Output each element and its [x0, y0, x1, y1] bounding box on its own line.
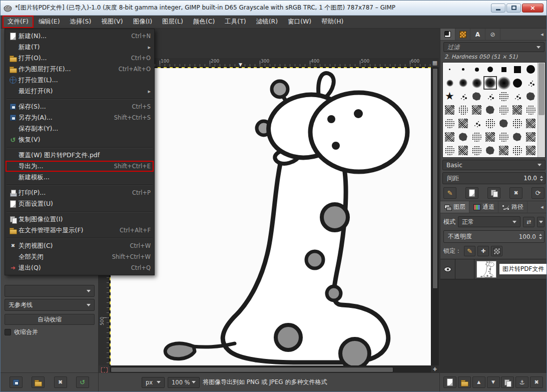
file-menu-item-10[interactable]: 恢复(V) — [6, 134, 154, 145]
maximize-button[interactable] — [506, 4, 521, 13]
brush-cell[interactable] — [510, 144, 524, 157]
edit-brush-button[interactable] — [443, 187, 456, 199]
brush-filter-entry[interactable]: 过滤 — [443, 42, 544, 52]
opacity-slider[interactable]: 不透明度 100.0 — [443, 230, 544, 243]
menubar-item-5[interactable]: 图层(L) — [157, 16, 188, 28]
reset-tool-options-button[interactable] — [76, 376, 89, 388]
vertical-scrollbar[interactable] — [431, 67, 439, 365]
brush-cell[interactable] — [470, 144, 483, 157]
brush-cell[interactable] — [443, 103, 456, 117]
file-menu-item-14[interactable]: 新建模板... — [6, 172, 154, 183]
patterns-tab[interactable] — [455, 29, 470, 40]
zoom-dropdown[interactable]: 100 % — [168, 377, 200, 388]
menubar-item-7[interactable]: 工具(T) — [220, 16, 251, 28]
auto-shrink-button[interactable]: 自动收缩 — [5, 314, 95, 325]
brush-cell[interactable] — [497, 90, 510, 103]
brush-cell[interactable] — [497, 103, 510, 117]
close-button[interactable]: × — [522, 4, 543, 13]
canvas-corner-button[interactable] — [431, 58, 439, 67]
lock-pixels-button[interactable] — [464, 246, 475, 256]
file-menu-item-20[interactable]: 在文件管理器中显示(F)Ctrl+Alt+F — [6, 225, 154, 236]
delete-brush-button[interactable] — [509, 187, 522, 199]
file-menu-item-17[interactable]: 页面设置(U) — [6, 198, 154, 209]
brush-cell-selected[interactable] — [483, 76, 497, 90]
brush-cell[interactable] — [524, 76, 537, 90]
brush-cell[interactable] — [470, 103, 483, 117]
brush-cell[interactable] — [443, 117, 456, 130]
file-menu-item-16[interactable]: 打印(P)...Ctrl+P — [6, 187, 154, 198]
brush-cell[interactable] — [497, 130, 510, 144]
file-menu-item-3[interactable]: 作为图层打开(E)...Ctrl+Alt+O — [6, 64, 154, 75]
brush-cell[interactable] — [524, 144, 537, 157]
shrink-merged-checkbox[interactable]: 收缩合并 — [5, 328, 95, 336]
document-history-tab[interactable] — [485, 29, 500, 40]
mode-dropdown[interactable]: 正常 — [458, 216, 520, 227]
brush-cell[interactable] — [483, 117, 497, 130]
menubar-item-9[interactable]: 窗口(W) — [283, 16, 316, 28]
brush-cell[interactable] — [456, 117, 470, 130]
guides-dropdown[interactable]: 无参考线 — [5, 299, 95, 311]
file-menu-item-2[interactable]: 打开(O)...Ctrl+O — [6, 53, 154, 64]
layer-visibility-toggle[interactable] — [440, 259, 455, 279]
lock-position-button[interactable] — [477, 246, 489, 256]
new-layer-button[interactable] — [443, 376, 456, 388]
unit-dropdown[interactable]: px — [142, 377, 165, 388]
mode-switch-button[interactable] — [523, 217, 534, 227]
brush-grid-scrollbar[interactable] — [537, 63, 545, 157]
brushes-tab[interactable] — [440, 29, 455, 40]
menubar-item-0[interactable]: 文件(F) — [3, 16, 34, 28]
tab-paths[interactable]: 路径 — [498, 201, 527, 213]
brush-cell[interactable] — [497, 144, 510, 157]
brush-cell[interactable] — [524, 103, 537, 117]
brush-cell[interactable] — [510, 76, 524, 90]
brush-cell[interactable] — [456, 144, 470, 157]
brush-cell[interactable] — [470, 63, 483, 76]
brush-cell[interactable] — [456, 103, 470, 117]
menubar-item-8[interactable]: 滤镜(R) — [251, 16, 283, 28]
menubar-item-2[interactable]: 选择(S) — [65, 16, 97, 28]
brush-spacing-slider[interactable]: 间距 10.0 — [442, 172, 545, 184]
mode-options-button[interactable] — [537, 217, 544, 227]
brush-cell[interactable] — [470, 130, 483, 144]
refresh-brushes-button[interactable] — [531, 187, 544, 199]
duplicate-brush-button[interactable] — [487, 187, 500, 199]
file-menu-item-23[interactable]: 全部关闭Shift+Ctrl+W — [6, 251, 154, 262]
brush-cell[interactable] — [497, 76, 510, 90]
brush-cell[interactable] — [443, 144, 456, 157]
menubar-item-6[interactable]: 颜色(C) — [188, 16, 220, 28]
menubar-item-10[interactable]: 帮助(H) — [316, 16, 348, 28]
brush-cell[interactable] — [456, 130, 470, 144]
brush-dock-menu-button[interactable] — [536, 29, 547, 40]
file-menu-item-12[interactable]: 覆盖(W) 图片转PDF文件.pdf — [6, 150, 154, 161]
file-menu-item-13[interactable]: 导出为...Shift+Ctrl+E — [6, 161, 154, 172]
delete-layer-button[interactable] — [530, 376, 543, 388]
brush-cell[interactable] — [483, 103, 497, 117]
horizontal-scrollbar-thumb[interactable] — [111, 367, 393, 372]
layers-dock-menu-button[interactable] — [536, 201, 547, 213]
minimize-button[interactable] — [491, 4, 505, 13]
brush-cell[interactable] — [483, 144, 497, 157]
file-menu-item-22[interactable]: 关闭视图(C)Ctrl+W — [6, 240, 154, 251]
layer-thumbnail[interactable] — [476, 261, 496, 278]
file-menu-item-7[interactable]: 保存(S)...Ctrl+S — [6, 101, 154, 112]
image-canvas[interactable] — [110, 67, 431, 365]
brush-cell[interactable] — [443, 130, 456, 144]
brush-cell[interactable] — [456, 90, 470, 103]
spacing-spinner[interactable] — [540, 176, 543, 181]
brush-cell[interactable] — [470, 76, 483, 90]
save-tool-options-button[interactable] — [10, 376, 23, 388]
raise-layer-button[interactable] — [472, 376, 485, 388]
opacity-spinner[interactable] — [539, 234, 542, 239]
file-menu-item-1[interactable]: 新建(T)▸ — [6, 42, 154, 53]
menubar-item-1[interactable]: 编辑(E) — [34, 16, 65, 28]
brush-cell[interactable] — [497, 63, 510, 76]
brush-grid-scrollbar-thumb[interactable] — [538, 63, 544, 115]
vertical-scrollbar-thumb[interactable] — [432, 68, 438, 289]
file-menu-item-0[interactable]: 新建(N)...Ctrl+N — [6, 31, 154, 42]
menubar-item-4[interactable]: 图像(I) — [128, 16, 157, 28]
restore-tool-options-button[interactable] — [32, 376, 45, 388]
brush-cell[interactable] — [483, 130, 497, 144]
new-brush-button[interactable] — [465, 187, 478, 199]
tool-option-dropdown-partial[interactable] — [5, 285, 95, 297]
file-menu-item-19[interactable]: 复制图像位置(I) — [6, 214, 154, 225]
